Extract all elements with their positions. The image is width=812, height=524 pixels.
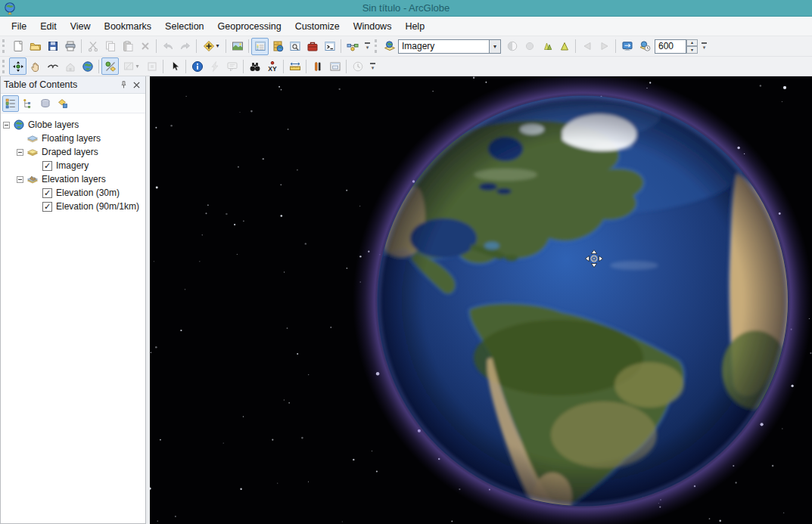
tree-item-label[interactable]: Elevation (30m) <box>56 188 120 198</box>
cut-button[interactable] <box>84 38 101 55</box>
identify-tool[interactable] <box>188 57 206 75</box>
save-button[interactable] <box>44 38 61 55</box>
navigation-mode-button[interactable] <box>101 57 119 75</box>
tree-item-label[interactable]: Floating layers <box>42 133 101 144</box>
pyr1-icon <box>558 40 571 52</box>
fly-tool[interactable] <box>44 57 61 75</box>
full-extent-button[interactable] <box>79 57 96 75</box>
spinner-down-icon[interactable]: ▾ <box>686 46 698 54</box>
layer-visibility-checkbox[interactable]: ✓ <box>42 188 52 198</box>
toc-close-button[interactable] <box>130 79 143 91</box>
catalog-window-button[interactable] <box>269 38 286 55</box>
bdot-icon <box>524 40 536 52</box>
html-popup-tool[interactable] <box>223 57 241 75</box>
add-data-button[interactable]: ▾ <box>199 38 223 55</box>
table-of-contents-button[interactable] <box>251 38 269 55</box>
tree-collapse-toggle[interactable] <box>3 122 10 129</box>
menu-item-customize[interactable]: Customize <box>288 17 347 36</box>
flicker-rate-value[interactable]: 600 <box>655 39 686 54</box>
viewer-window-button[interactable] <box>326 57 344 75</box>
toolbar-grip[interactable] <box>2 60 6 73</box>
list-by-source-button[interactable] <box>20 95 36 112</box>
toolbar-overflow-button[interactable]: ▾ <box>362 38 372 54</box>
time-slider-button[interactable] <box>349 57 366 75</box>
paste-button[interactable] <box>119 38 136 55</box>
spinner-up-icon[interactable]: ▴ <box>686 39 698 47</box>
toolbar-separator <box>283 60 284 73</box>
menu-item-bookmarks[interactable]: Bookmarks <box>98 17 159 36</box>
transparency-button[interactable] <box>538 38 555 55</box>
print-button[interactable] <box>61 38 79 55</box>
menu-item-edit[interactable]: Edit <box>33 17 64 36</box>
adddata-icon <box>203 40 215 52</box>
menu-item-geoprocessing[interactable]: Geoprocessing <box>211 17 288 36</box>
tree-item-label[interactable]: Elevation layers <box>42 174 106 184</box>
swipe-left-button[interactable] <box>578 38 596 55</box>
delete-button[interactable] <box>136 38 154 55</box>
base-transparency-button[interactable] <box>555 38 573 55</box>
tree-collapse-toggle[interactable] <box>17 176 23 183</box>
navigate-tool[interactable] <box>9 57 26 75</box>
tree-item-label[interactable]: Elevation (90m/1km) <box>56 201 139 212</box>
open-button[interactable] <box>26 38 44 55</box>
pyrgl-icon <box>581 40 593 52</box>
undo-button[interactable] <box>159 38 176 55</box>
pan-tool[interactable] <box>26 57 44 75</box>
zoom-to-target-tool[interactable]: ▾ <box>119 57 143 75</box>
tree-row: ✓Elevation (30m) <box>1 186 145 200</box>
observer-icon <box>146 60 158 73</box>
dropdown-caret-icon[interactable]: ▾ <box>135 64 138 70</box>
swipe-layer-button[interactable] <box>618 38 636 55</box>
menu-item-help[interactable]: Help <box>398 17 431 36</box>
list-by-visibility-button[interactable] <box>54 95 71 112</box>
redo-button[interactable] <box>176 38 194 55</box>
brightness-button[interactable] <box>521 38 538 55</box>
modelbuilder-button[interactable] <box>344 38 361 55</box>
tree-collapse-toggle[interactable] <box>17 149 23 156</box>
hyperlink-tool[interactable] <box>206 57 223 75</box>
list-by-type-button[interactable] <box>37 95 54 112</box>
toc-pin-button[interactable] <box>117 79 130 91</box>
find-button[interactable] <box>246 57 263 75</box>
dropdown-caret-icon[interactable]: ▾ <box>216 43 219 49</box>
walk-tool[interactable] <box>309 57 326 75</box>
toolbar-overflow-button[interactable]: ▾ <box>699 38 709 54</box>
select-features-tool[interactable] <box>166 57 183 75</box>
list-by-drawing-order-button[interactable] <box>2 95 19 112</box>
center-on-target-tool[interactable] <box>61 57 79 75</box>
flicker-layer-button[interactable] <box>636 38 653 55</box>
flicker-rate-spinner[interactable]: 600 ▴ ▾ <box>655 39 698 54</box>
menu-item-windows[interactable]: Windows <box>347 17 399 36</box>
copy-button[interactable] <box>101 38 119 55</box>
python-window-button[interactable] <box>321 38 338 55</box>
search-window-button[interactable] <box>286 38 303 55</box>
effects-layer-value[interactable]: Imagery <box>398 39 489 54</box>
tree-item-label[interactable]: Draped layers <box>42 147 98 157</box>
arctoolbox-button[interactable] <box>303 38 321 55</box>
layer-visibility-checkbox[interactable]: ✓ <box>42 202 52 212</box>
swipe-right-button[interactable] <box>596 38 613 55</box>
toolbox-icon <box>306 40 319 52</box>
tree-item-label[interactable]: Globe layers <box>28 119 79 130</box>
menu-item-view[interactable]: View <box>64 17 98 36</box>
measure-button[interactable] <box>286 57 303 75</box>
new-map-button[interactable] <box>9 38 26 55</box>
combo-dropdown-arrow-icon[interactable]: ▾ <box>489 39 501 54</box>
contrast-button[interactable] <box>503 38 521 55</box>
tree-item-label[interactable]: Imagery <box>56 160 89 171</box>
toolbar-separator <box>306 60 306 73</box>
menu-bar: FileEditViewBookmarksSelectionGeoprocess… <box>0 17 812 36</box>
toolbar-grip[interactable] <box>375 39 378 53</box>
menu-item-file[interactable]: File <box>5 17 33 36</box>
globe-image-button[interactable] <box>229 38 246 55</box>
pin-icon <box>119 80 129 90</box>
toolbar-overflow-button[interactable]: ▾ <box>368 58 378 75</box>
go-to-xy-button[interactable] <box>263 57 281 75</box>
layer-visibility-checkbox[interactable]: ✓ <box>42 161 52 171</box>
toolbar-grip[interactable] <box>2 39 6 53</box>
layersblue-icon <box>26 132 39 144</box>
set-observer-tool[interactable] <box>143 57 160 75</box>
effects-layer-combobox[interactable]: Imagery ▾ <box>384 39 501 54</box>
menu-item-selection[interactable]: Selection <box>158 17 210 36</box>
globe-3d-view[interactable] <box>150 76 812 524</box>
